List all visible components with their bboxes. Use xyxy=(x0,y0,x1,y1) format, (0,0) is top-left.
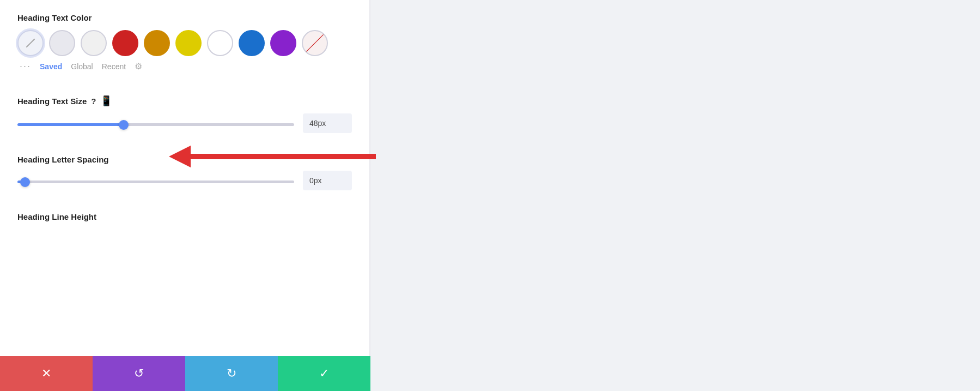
heading-letter-spacing-input[interactable] xyxy=(303,171,352,190)
heading-letter-spacing-slider[interactable] xyxy=(17,181,294,183)
color-swatch-orange[interactable] xyxy=(144,30,170,56)
heading-line-height-header: Heading Line Height xyxy=(17,212,352,221)
undo-button[interactable]: ↺ xyxy=(93,356,185,391)
heading-size-slider-row xyxy=(17,113,352,133)
tab-recent[interactable]: Recent xyxy=(102,62,126,71)
redo-icon: ↻ xyxy=(227,366,236,381)
heading-size-label: Heading Text Size xyxy=(17,97,87,106)
heading-color-section: Heading Text Color ··· Saved Global Rece… xyxy=(17,13,352,83)
heading-size-slider[interactable] xyxy=(17,123,294,126)
save-icon: ✓ xyxy=(319,366,329,381)
settings-panel: Heading Text Color ··· Saved Global Rece… xyxy=(0,0,370,391)
color-swatch-white2[interactable] xyxy=(81,30,107,56)
bottom-action-bar: ✕ ↺ ↻ ✓ xyxy=(0,356,370,391)
color-swatch-white1[interactable] xyxy=(49,30,75,56)
help-icon[interactable]: ? xyxy=(91,97,96,106)
save-button[interactable]: ✓ xyxy=(278,356,370,391)
heading-letter-spacing-slider-container xyxy=(17,176,294,185)
heading-size-input[interactable] xyxy=(303,113,352,133)
color-swatch-row xyxy=(17,30,352,56)
color-selector-default[interactable] xyxy=(17,30,44,56)
color-swatch-white3[interactable] xyxy=(207,30,233,56)
tab-saved[interactable]: Saved xyxy=(40,62,62,71)
color-swatch-blue[interactable] xyxy=(239,30,265,56)
color-swatch-red[interactable] xyxy=(112,30,138,56)
color-swatch-purple[interactable] xyxy=(270,30,296,56)
redo-button[interactable]: ↻ xyxy=(185,356,278,391)
mobile-device-icon[interactable]: 📱 xyxy=(100,95,112,107)
tab-global[interactable]: Global xyxy=(71,62,93,71)
color-tabs-row: ··· Saved Global Recent ⚙ xyxy=(17,61,352,72)
color-swatch-none[interactable] xyxy=(302,30,328,56)
settings-gear-icon[interactable]: ⚙ xyxy=(135,61,142,71)
more-options-icon[interactable]: ··· xyxy=(20,61,31,72)
heading-size-section: Heading Text Size ? 📱 xyxy=(17,95,352,145)
heading-line-height-label: Heading Line Height xyxy=(17,212,96,221)
cancel-icon: ✕ xyxy=(41,366,51,381)
canvas-area xyxy=(370,0,980,391)
heading-letter-spacing-slider-row xyxy=(17,171,352,190)
heading-line-height-section: Heading Line Height xyxy=(17,212,352,228)
heading-color-label: Heading Text Color xyxy=(17,13,352,22)
heading-letter-spacing-header: Heading Letter Spacing xyxy=(17,155,352,164)
heading-size-slider-container xyxy=(17,118,294,128)
undo-icon: ↺ xyxy=(134,366,144,381)
heading-letter-spacing-label: Heading Letter Spacing xyxy=(17,155,109,164)
cancel-button[interactable]: ✕ xyxy=(0,356,93,391)
heading-size-header: Heading Text Size ? 📱 xyxy=(17,95,352,107)
color-swatch-yellow[interactable] xyxy=(175,30,202,56)
heading-letter-spacing-section: Heading Letter Spacing xyxy=(17,155,352,202)
